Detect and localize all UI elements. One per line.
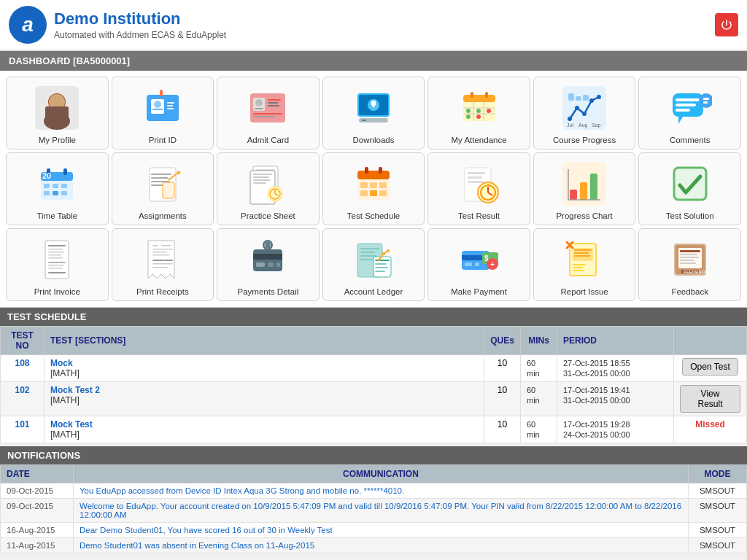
svg-rect-163: [475, 262, 479, 266]
icon-test-solution[interactable]: Test Solution: [638, 152, 741, 225]
svg-rect-97: [365, 167, 368, 174]
svg-rect-137: [164, 260, 173, 261]
comments-icon: [667, 85, 713, 131]
test-action-cell: Open Test: [674, 355, 747, 382]
svg-rect-170: [574, 249, 592, 251]
time-table-icon: 20: [34, 160, 80, 207]
icon-payments-detail[interactable]: Payments Detail: [217, 228, 320, 301]
svg-text:+: +: [490, 260, 495, 268]
notif-date: 11-Aug-2015: [1, 538, 74, 553]
icon-make-payment[interactable]: $ + Make Payment: [427, 228, 530, 301]
power-button[interactable]: [715, 13, 738, 36]
icon-admit-card[interactable]: Admit Card: [217, 77, 320, 149]
icon-assignments[interactable]: Assignments: [112, 152, 214, 225]
svg-rect-146: [266, 242, 270, 248]
icon-print-invoice[interactable]: Print Invoice: [6, 228, 109, 301]
test-action-button[interactable]: Open Test: [682, 358, 738, 376]
test-period-end: 24-Oct-2015 00:00: [563, 430, 630, 439]
test-no: 102: [1, 382, 44, 416]
svg-point-41: [476, 114, 481, 119]
svg-point-46: [589, 98, 594, 103]
th-mins: MINs: [521, 327, 557, 355]
test-name-cell: Mock [MATH]: [44, 355, 484, 382]
admit-card-icon: [244, 85, 291, 131]
test-solution-label: Test Solution: [666, 211, 714, 220]
icon-test-schedule[interactable]: Test Schedule: [322, 152, 425, 225]
svg-rect-127: [48, 262, 66, 263]
icon-comments[interactable]: Comments: [638, 77, 741, 149]
svg-rect-102: [360, 190, 368, 196]
svg-rect-173: [573, 264, 586, 265]
payments-detail-icon: [244, 236, 291, 283]
th-test-sections: TEST [SECTIONS]: [44, 327, 484, 355]
test-schedule-icon: [350, 160, 397, 207]
svg-text:Aug: Aug: [578, 122, 588, 128]
svg-rect-139: [152, 267, 169, 268]
icon-my-profile[interactable]: My Profile: [6, 77, 109, 149]
svg-rect-132: [161, 245, 171, 246]
svg-rect-18: [268, 99, 281, 101]
comments-label: Comments: [670, 136, 711, 144]
test-name: Mock Test: [50, 419, 93, 429]
course-progress-label: Course Progress: [553, 136, 616, 144]
svg-point-16: [255, 99, 263, 106]
missed-badge: Missed: [695, 419, 725, 429]
svg-point-40: [466, 114, 471, 119]
feedback-icon: FEEDBACK: [667, 236, 713, 283]
practice-sheet-icon: [244, 160, 291, 207]
svg-rect-129: [48, 268, 63, 269]
svg-rect-134: [152, 252, 167, 253]
svg-rect-32: [485, 92, 488, 98]
icon-print-receipts[interactable]: Print Receipts: [112, 228, 214, 301]
test-period-end: 31-Oct-2015 00:00: [563, 396, 630, 405]
icon-report-issue[interactable]: Report Issue: [533, 228, 636, 301]
svg-rect-31: [471, 92, 473, 98]
svg-point-37: [466, 109, 471, 113]
svg-point-44: [575, 106, 579, 110]
attendance-icon: [456, 85, 503, 131]
icon-time-table[interactable]: 20 Time Table: [6, 152, 109, 225]
icon-course-progress[interactable]: Jul Aug Sep Course Progress: [533, 77, 636, 149]
test-result-label: Test Result: [458, 211, 500, 220]
notif-message: Welcome to EduApp. Your account created …: [74, 499, 689, 523]
course-progress-icon: Jul Aug Sep: [561, 85, 608, 131]
svg-rect-71: [53, 191, 58, 195]
icon-downloads[interactable]: Downloads: [322, 77, 425, 149]
notifications-header: NOTIFICATIONS: [0, 446, 747, 464]
icon-feedback[interactable]: FEEDBACK Feedback: [638, 228, 741, 301]
test-action-button[interactable]: View Result: [680, 385, 740, 413]
test-name-cell: Mock Test 2 [MATH]: [44, 382, 484, 416]
svg-rect-125: [48, 254, 61, 256]
test-ques: 10: [484, 355, 521, 382]
svg-point-157: [378, 258, 381, 261]
svg-rect-104: [379, 190, 387, 196]
icon-my-attendance[interactable]: My Attendance: [427, 77, 530, 149]
svg-rect-174: [573, 267, 583, 268]
icon-progress-chart[interactable]: Progress Chart: [533, 152, 636, 225]
svg-rect-74: [151, 174, 171, 175]
notification-row: 16-Aug-2015 Dear Demo Student01, You hav…: [1, 523, 747, 538]
test-schedule-label: Test Schedule: [347, 211, 400, 220]
icon-print-id[interactable]: Print ID: [112, 77, 214, 149]
institution-name: Demo Institution: [54, 9, 226, 28]
test-mins-cell: 60 min: [521, 416, 557, 443]
svg-rect-122: [48, 245, 66, 246]
th-period: PERIOD: [557, 327, 674, 355]
test-no: 108: [1, 355, 44, 382]
icon-test-result[interactable]: Test Result: [427, 152, 530, 225]
icon-practice-sheet[interactable]: Practice Sheet: [217, 152, 320, 225]
svg-rect-90: [253, 182, 266, 184]
print-receipts-icon: [139, 236, 186, 283]
svg-rect-96: [357, 171, 390, 179]
report-issue-label: Report Issue: [561, 287, 608, 296]
test-period-cell: 27-Oct-2015 18:55 31-Oct-2015 00:00: [557, 355, 674, 382]
icon-account-ledger[interactable]: Account Ledger: [322, 228, 425, 301]
svg-rect-49: [576, 96, 581, 101]
profile-icon: [34, 85, 80, 131]
header: a Demo Institution Automated with Addmen…: [0, 0, 747, 51]
svg-rect-78: [163, 182, 174, 198]
svg-rect-99: [360, 182, 368, 188]
test-section: [MATH]: [50, 368, 80, 378]
test-action-cell: View Result: [674, 382, 747, 416]
test-section: [MATH]: [50, 429, 80, 440]
